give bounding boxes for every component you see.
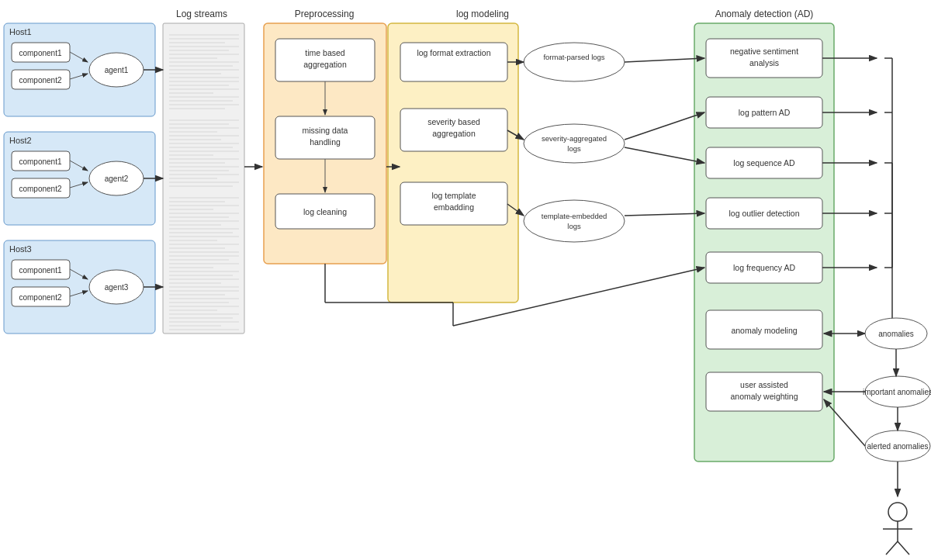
host2-agent2-label: agent2 bbox=[105, 175, 129, 183]
missing-data-label-line1: missing data bbox=[303, 126, 348, 135]
log-format-label-line1: log format extraction bbox=[417, 48, 490, 57]
log-sequence-ad-label: log sequence AD bbox=[733, 158, 795, 168]
diagram-container: Log streams bbox=[0, 0, 931, 560]
severity-aggregated-logs-ellipse bbox=[524, 124, 625, 163]
log-outlier-detection-label: log outlier detection bbox=[729, 209, 799, 218]
host1-agent1-label: agent1 bbox=[105, 66, 129, 74]
missing-data-label-line2: handling bbox=[310, 137, 341, 147]
format-parsed-logs-ellipse bbox=[524, 43, 625, 81]
host1-component1-label: component1 bbox=[19, 49, 61, 57]
format-parsed-label-line1: format-parsed logs bbox=[543, 53, 604, 61]
anomalies-label: anomalies bbox=[878, 330, 914, 338]
user-right-leg bbox=[898, 541, 909, 555]
log-template-label-line2: embadding bbox=[434, 202, 474, 212]
pipeline-diagram: Log streams bbox=[0, 0, 931, 560]
user-head bbox=[888, 503, 907, 521]
user-assisted-label-line1: user assisted bbox=[740, 380, 788, 389]
neg-sentiment-label-line1: negative sentiment bbox=[730, 47, 798, 56]
time-based-aggregation-label-line1: time based bbox=[305, 48, 345, 57]
anomaly-modeling-label: anomaly modeling bbox=[731, 326, 797, 335]
important-anomalies-label: important anomalies bbox=[863, 388, 931, 396]
sevaglogs-to-logsequence-arrow bbox=[625, 147, 704, 163]
log-template-label-line1: log template bbox=[431, 191, 476, 200]
severity-agg-label-line1: severity based bbox=[427, 117, 480, 126]
severity-agg-label-line2: aggregation bbox=[432, 129, 476, 138]
severity-agg-logs-label-line2: logs bbox=[567, 144, 581, 153]
alerted-anomalies-label: alerted anomalies bbox=[867, 442, 929, 451]
template-embedded-logs-ellipse bbox=[524, 200, 625, 242]
log-streams-label: Log streams bbox=[176, 9, 227, 19]
user-left-leg bbox=[886, 541, 898, 555]
log-modeling-label: log modeling bbox=[456, 9, 509, 19]
host1-component2-label: component2 bbox=[19, 76, 61, 85]
template-embedded-label-line1: template-embedded bbox=[542, 212, 607, 220]
log-pattern-ad-label: log pattern AD bbox=[739, 108, 791, 117]
host3-component2-label: component2 bbox=[19, 293, 61, 302]
preprocessing-label: Preprocessing bbox=[295, 9, 355, 19]
log-frequency-ad-label: log frequency AD bbox=[733, 263, 795, 272]
host2-component2-label: component2 bbox=[19, 185, 61, 193]
host2-component1-label: component1 bbox=[19, 157, 61, 166]
formatparsed-to-negsentiment-arrow bbox=[625, 58, 704, 62]
user-assisted-label-line2: anomaly weighting bbox=[731, 392, 798, 401]
templateembed-to-logoutlier-arrow bbox=[625, 213, 704, 216]
severity-agg-logs-label-line1: severity-aggregated bbox=[542, 134, 607, 143]
host2-label: Host2 bbox=[9, 136, 32, 145]
host3-label: Host3 bbox=[9, 244, 32, 254]
neg-sentiment-label-line2: analysis bbox=[749, 58, 779, 67]
sevaglogs-to-logpattern-arrow bbox=[625, 112, 704, 140]
host1-label: Host1 bbox=[9, 27, 32, 36]
anomaly-detection-label: Anomaly detection (AD) bbox=[715, 9, 814, 19]
host3-agent3-label: agent3 bbox=[105, 283, 129, 292]
host3-component1-label: component1 bbox=[19, 266, 61, 275]
template-embedded-label-line2: logs bbox=[567, 222, 581, 230]
log-cleaning-label: log cleaning bbox=[303, 207, 347, 216]
time-based-aggregation-label-line2: aggregation bbox=[303, 60, 347, 69]
